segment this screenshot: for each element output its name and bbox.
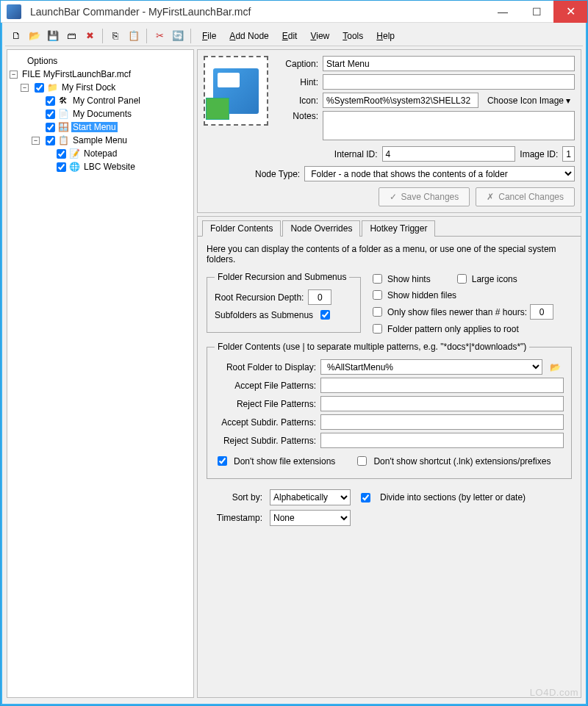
- tab-hotkey-trigger[interactable]: Hotkey Trigger: [362, 220, 435, 237]
- divide-sections-checkbox[interactable]: [361, 493, 370, 503]
- menu-file[interactable]: File: [200, 29, 218, 43]
- newer-than-checkbox[interactable]: [373, 307, 382, 317]
- app-icon: [7, 4, 21, 19]
- subfolders-checkbox[interactable]: [320, 310, 330, 320]
- tree-item[interactable]: My Documents: [71, 109, 133, 119]
- new-icon[interactable]: [8, 28, 24, 44]
- tree-checkbox[interactable]: [46, 136, 55, 145]
- tree-checkbox[interactable]: [35, 83, 44, 93]
- show-hints-checkbox[interactable]: [373, 274, 382, 284]
- tree-checkbox[interactable]: [46, 96, 55, 106]
- copy-icon[interactable]: [107, 28, 123, 44]
- tree-checkbox[interactable]: [57, 162, 66, 172]
- menubar: File Add Node Edit View Tools Help: [200, 29, 397, 43]
- caption-input[interactable]: Start Menu: [323, 56, 575, 71]
- window-title: LaunchBar Commander - MyFirstLaunchBar.m…: [27, 6, 486, 18]
- menu-tools[interactable]: Tools: [340, 29, 365, 43]
- reject-subdir-input[interactable]: [320, 433, 564, 448]
- image-id-label: Image ID:: [520, 149, 558, 159]
- dock-icon: 📁: [46, 82, 58, 93]
- large-icons-checkbox[interactable]: [457, 274, 467, 284]
- tree-item[interactable]: My Control Panel: [71, 96, 142, 106]
- maximize-button[interactable]: [520, 1, 553, 23]
- browse-folder-icon[interactable]: 📂: [547, 362, 564, 372]
- tree-subitem[interactable]: Notepad: [82, 148, 118, 159]
- newer-hours-input[interactable]: [530, 304, 553, 320]
- refresh-icon[interactable]: [170, 28, 186, 44]
- root-folder-select[interactable]: %AllStartMenu%: [320, 359, 542, 375]
- start-icon: 🪟: [57, 121, 69, 133]
- menu-add-node[interactable]: Add Node: [227, 29, 270, 43]
- internal-id-input[interactable]: 4: [382, 146, 516, 162]
- toolbar: File Add Node Edit View Tools Help: [5, 26, 583, 46]
- tree-checkbox[interactable]: [46, 109, 55, 119]
- tree-view[interactable]: Options −FILE MyFirstLaunchBar.mcf −📁My …: [7, 49, 194, 698]
- icon-label: Icon:: [276, 96, 318, 106]
- tree-subitem[interactable]: LBC Website: [82, 162, 137, 172]
- reject-file-input[interactable]: [320, 396, 564, 411]
- delete-icon[interactable]: [82, 28, 98, 44]
- folder-contents-group: Folder Contents (use | to separate multi…: [207, 342, 572, 479]
- accept-subdir-input[interactable]: [320, 414, 564, 430]
- image-id-input[interactable]: 1: [562, 146, 575, 162]
- open-icon[interactable]: [26, 28, 43, 44]
- tab-node-overrides[interactable]: Node Overrides: [282, 220, 360, 237]
- menu-edit[interactable]: Edit: [280, 29, 300, 43]
- node-type-select[interactable]: Folder - a node that shows the contents …: [304, 166, 575, 181]
- app-window: LaunchBar Commander - MyFirstLaunchBar.m…: [0, 0, 588, 706]
- tab-folder-contents[interactable]: Folder Contents: [202, 220, 281, 237]
- paste-icon[interactable]: [126, 28, 142, 44]
- menu-icon: 📋: [57, 134, 69, 146]
- show-hidden-checkbox[interactable]: [373, 290, 382, 300]
- menu-view[interactable]: View: [308, 29, 331, 43]
- save-changes-button[interactable]: ✓Save Changes: [379, 187, 470, 206]
- separator: [146, 29, 147, 43]
- expander-icon[interactable]: −: [21, 84, 29, 92]
- notes-label: Notes:: [276, 111, 318, 121]
- accept-file-input[interactable]: [320, 378, 564, 393]
- tree-file[interactable]: FILE MyFirstLaunchBar.mcf: [21, 69, 132, 79]
- no-lnk-checkbox[interactable]: [357, 456, 367, 466]
- hint-label: Hint:: [276, 77, 318, 87]
- panel-icon: 🛠: [57, 95, 69, 107]
- root-only-checkbox[interactable]: [373, 324, 382, 334]
- menu-help[interactable]: Help: [374, 29, 397, 43]
- choose-icon-button[interactable]: Choose Icon Image▾: [483, 94, 575, 107]
- recursion-group: Folder Recursion and Submenus Root Recur…: [207, 272, 361, 333]
- node-type-label: Node Type:: [255, 169, 300, 179]
- icon-input[interactable]: %SystemRoot%\system32\SHELL32: [323, 93, 478, 108]
- node-properties: Caption:Start Menu Hint: Icon:%SystemRoo…: [197, 49, 581, 213]
- tree-item[interactable]: Sample Menu: [71, 135, 129, 145]
- tree-options[interactable]: Options: [26, 56, 59, 66]
- notepad-icon: 📝: [68, 148, 80, 159]
- no-extensions-checkbox[interactable]: [218, 456, 227, 466]
- tree-item-selected[interactable]: Start Menu: [71, 122, 118, 132]
- chevron-down-icon: ▾: [566, 96, 570, 106]
- expander-icon[interactable]: −: [32, 137, 40, 145]
- sort-by-select[interactable]: Alphabetically: [270, 489, 351, 505]
- caption-label: Caption:: [276, 59, 318, 69]
- timestamp-select[interactable]: None: [270, 510, 351, 526]
- save-icon[interactable]: [45, 28, 61, 44]
- tree-checkbox[interactable]: [46, 123, 55, 132]
- icon-preview[interactable]: [204, 56, 268, 126]
- cancel-changes-button[interactable]: ✗Cancel Changes: [476, 187, 575, 206]
- recursion-depth-input[interactable]: [308, 289, 331, 305]
- separator: [190, 29, 191, 43]
- web-icon: 🌐: [68, 161, 80, 173]
- docs-icon: 📄: [57, 108, 69, 120]
- tree-dock[interactable]: My First Dock: [60, 82, 117, 93]
- cut-icon[interactable]: [151, 28, 168, 44]
- x-icon: ✗: [487, 192, 494, 202]
- expander-icon[interactable]: −: [10, 71, 18, 79]
- hint-input[interactable]: [323, 74, 575, 90]
- titlebar[interactable]: LaunchBar Commander - MyFirstLaunchBar.m…: [1, 1, 587, 23]
- notes-input[interactable]: [323, 111, 575, 140]
- close-button[interactable]: [553, 1, 587, 23]
- minimize-button[interactable]: [486, 1, 520, 23]
- tree-checkbox[interactable]: [57, 149, 66, 159]
- save-all-icon[interactable]: [63, 28, 79, 44]
- check-icon: ✓: [390, 192, 397, 202]
- watermark: LO4D.com: [530, 687, 578, 698]
- tab-description: Here you can display the contents of a f…: [207, 244, 572, 264]
